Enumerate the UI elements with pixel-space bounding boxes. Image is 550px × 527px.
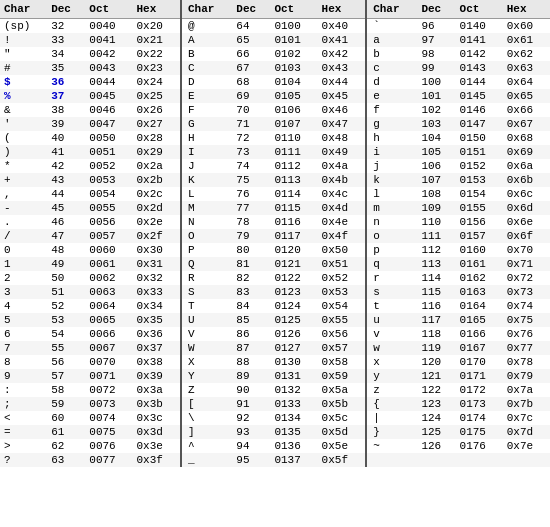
cell-11-0-0: + bbox=[0, 173, 47, 187]
cell-30-0-3: 0x3e bbox=[132, 439, 181, 453]
table-row: <6000740x3c\9201340x5c|12401740x7c bbox=[0, 411, 550, 425]
cell-3-1-0: C bbox=[181, 61, 232, 75]
table-row: '3900470x27G7101070x47g10301470x67 bbox=[0, 117, 550, 131]
cell-3-2-2: 0143 bbox=[456, 61, 503, 75]
cell-5-0-0: % bbox=[0, 89, 47, 103]
header-oct-1: Oct bbox=[270, 0, 317, 19]
cell-16-2-0: p bbox=[366, 243, 417, 257]
cell-7-0-3: 0x27 bbox=[132, 117, 181, 131]
cell-31-2-1 bbox=[417, 453, 455, 467]
table-row: 14900610x31Q8101210x51q11301610x71 bbox=[0, 257, 550, 271]
cell-28-2-0: | bbox=[366, 411, 417, 425]
cell-5-2-0: e bbox=[366, 89, 417, 103]
cell-15-2-0: o bbox=[366, 229, 417, 243]
cell-27-2-1: 123 bbox=[417, 397, 455, 411]
cell-28-2-2: 0174 bbox=[456, 411, 503, 425]
cell-12-1-3: 0x4c bbox=[318, 187, 367, 201]
cell-6-1-3: 0x46 bbox=[318, 103, 367, 117]
cell-18-2-0: r bbox=[366, 271, 417, 285]
cell-20-2-2: 0164 bbox=[456, 299, 503, 313]
cell-29-2-0: } bbox=[366, 425, 417, 439]
cell-30-0-1: 62 bbox=[47, 439, 85, 453]
cell-8-2-0: h bbox=[366, 131, 417, 145]
cell-2-0-2: 0042 bbox=[85, 47, 132, 61]
table-row: -4500550x2dM7701150x4dm10901550x6d bbox=[0, 201, 550, 215]
cell-31-0-0: ? bbox=[0, 453, 47, 467]
cell-21-1-3: 0x55 bbox=[318, 313, 367, 327]
cell-30-1-3: 0x5e bbox=[318, 439, 367, 453]
cell-4-0-3: 0x24 bbox=[132, 75, 181, 89]
cell-10-2-0: j bbox=[366, 159, 417, 173]
header-hex-2: Hex bbox=[503, 0, 550, 19]
cell-13-0-1: 45 bbox=[47, 201, 85, 215]
cell-0-0-3: 0x20 bbox=[132, 19, 181, 34]
cell-1-0-2: 0041 bbox=[85, 33, 132, 47]
cell-16-1-2: 0120 bbox=[270, 243, 317, 257]
cell-15-1-1: 79 bbox=[232, 229, 270, 243]
cell-10-0-0: * bbox=[0, 159, 47, 173]
cell-13-1-0: M bbox=[181, 201, 232, 215]
cell-12-1-2: 0114 bbox=[270, 187, 317, 201]
cell-2-2-1: 98 bbox=[417, 47, 455, 61]
cell-26-1-3: 0x5a bbox=[318, 383, 367, 397]
cell-15-2-1: 111 bbox=[417, 229, 455, 243]
cell-22-0-2: 0066 bbox=[85, 327, 132, 341]
cell-23-1-0: W bbox=[181, 341, 232, 355]
cell-25-2-3: 0x79 bbox=[503, 369, 550, 383]
table-row: 25000620x32R8201220x52r11401620x72 bbox=[0, 271, 550, 285]
cell-20-0-3: 0x34 bbox=[132, 299, 181, 313]
cell-8-1-1: 72 bbox=[232, 131, 270, 145]
cell-4-0-0: $ bbox=[0, 75, 47, 89]
cell-21-0-0: 5 bbox=[0, 313, 47, 327]
cell-4-1-2: 0104 bbox=[270, 75, 317, 89]
cell-2-1-1: 66 bbox=[232, 47, 270, 61]
cell-17-1-3: 0x51 bbox=[318, 257, 367, 271]
cell-7-0-0: ' bbox=[0, 117, 47, 131]
cell-31-1-2: 0137 bbox=[270, 453, 317, 467]
cell-7-1-2: 0107 bbox=[270, 117, 317, 131]
cell-14-2-0: n bbox=[366, 215, 417, 229]
cell-11-1-1: 75 bbox=[232, 173, 270, 187]
cell-5-2-2: 0145 bbox=[456, 89, 503, 103]
cell-31-2-2 bbox=[456, 453, 503, 467]
cell-26-2-3: 0x7a bbox=[503, 383, 550, 397]
cell-25-0-2: 0071 bbox=[85, 369, 132, 383]
cell-1-1-0: A bbox=[181, 33, 232, 47]
cell-0-1-2: 0100 bbox=[270, 19, 317, 34]
cell-21-0-3: 0x35 bbox=[132, 313, 181, 327]
cell-27-1-3: 0x5b bbox=[318, 397, 367, 411]
cell-0-2-2: 0140 bbox=[456, 19, 503, 34]
cell-7-2-0: g bbox=[366, 117, 417, 131]
cell-23-2-2: 0167 bbox=[456, 341, 503, 355]
cell-14-2-1: 110 bbox=[417, 215, 455, 229]
cell-7-0-1: 39 bbox=[47, 117, 85, 131]
cell-9-2-1: 105 bbox=[417, 145, 455, 159]
cell-14-1-0: N bbox=[181, 215, 232, 229]
cell-23-0-3: 0x37 bbox=[132, 341, 181, 355]
cell-8-0-2: 0050 bbox=[85, 131, 132, 145]
cell-8-0-3: 0x28 bbox=[132, 131, 181, 145]
header-hex-0: Hex bbox=[132, 0, 181, 19]
cell-28-0-1: 60 bbox=[47, 411, 85, 425]
cell-19-1-0: S bbox=[181, 285, 232, 299]
cell-8-0-1: 40 bbox=[47, 131, 85, 145]
cell-18-1-1: 82 bbox=[232, 271, 270, 285]
cell-8-1-3: 0x48 bbox=[318, 131, 367, 145]
cell-19-2-2: 0163 bbox=[456, 285, 503, 299]
cell-28-1-1: 92 bbox=[232, 411, 270, 425]
cell-20-2-1: 116 bbox=[417, 299, 455, 313]
cell-27-0-1: 59 bbox=[47, 397, 85, 411]
cell-4-2-1: 100 bbox=[417, 75, 455, 89]
cell-30-2-2: 0176 bbox=[456, 439, 503, 453]
cell-30-0-0: > bbox=[0, 439, 47, 453]
cell-29-0-0: = bbox=[0, 425, 47, 439]
cell-18-1-3: 0x52 bbox=[318, 271, 367, 285]
cell-4-1-1: 68 bbox=[232, 75, 270, 89]
cell-5-0-1: 37 bbox=[47, 89, 85, 103]
cell-23-2-1: 119 bbox=[417, 341, 455, 355]
header-dec-1: Dec bbox=[232, 0, 270, 19]
cell-17-1-0: Q bbox=[181, 257, 232, 271]
table-row: >6200760x3e^9401360x5e~12601760x7e bbox=[0, 439, 550, 453]
cell-1-1-2: 0101 bbox=[270, 33, 317, 47]
cell-22-2-1: 118 bbox=[417, 327, 455, 341]
